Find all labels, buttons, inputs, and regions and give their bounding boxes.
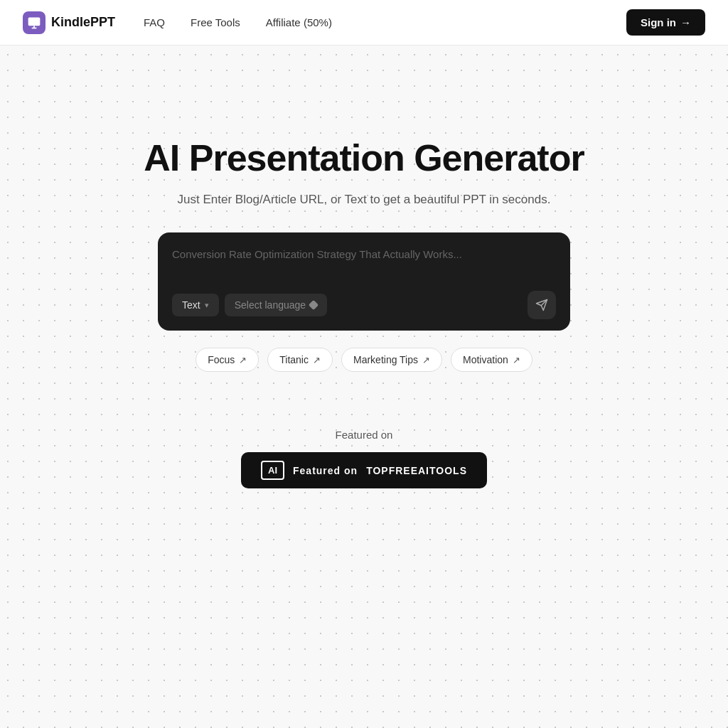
chip-marketing-tips[interactable]: Marketing Tips ↗ [341,348,442,372]
hero-title: AI Presentation Generator [144,138,584,178]
chip-focus[interactable]: Focus ↗ [196,348,259,372]
featured-section: Featured on AI Featured on TOPFREEAITOOL… [241,429,487,488]
send-button[interactable] [528,291,556,319]
badge-ai-text: AI [268,465,277,476]
chevron-down-icon: ▾ [205,301,209,310]
navbar: KindlePPT FAQ Free Tools Affiliate (50%)… [0,0,728,46]
logo-icon [23,11,46,34]
nav-link-faq[interactable]: FAQ [144,16,165,28]
suggestion-chips: Focus ↗ Titanic ↗ Marketing Tips ↗ Motiv… [196,348,532,372]
arrow-up-right-icon: ↗ [313,355,321,365]
nav-link-affiliate[interactable]: Affiliate (50%) [266,16,332,28]
type-dropdown[interactable]: Text ▾ [172,294,219,316]
chip-titanic[interactable]: Titanic ↗ [267,348,333,372]
nav-link-free-tools[interactable]: Free Tools [191,16,240,28]
arrow-up-right-icon: ↗ [422,355,430,365]
featured-badge: AI Featured on TOPFREEAITOOLS [241,452,487,488]
nav-links: FAQ Free Tools Affiliate (50%) [144,16,332,29]
badge-platform-name: TOPFREEAITOOLS [366,465,467,476]
logo-link[interactable]: KindlePPT [23,11,115,34]
navbar-left: KindlePPT FAQ Free Tools Affiliate (50%) [23,11,332,34]
arrow-up-right-icon: ↗ [239,355,247,365]
type-dropdown-label: Text [182,299,200,311]
logo-text: KindlePPT [51,15,115,30]
arrow-up-right-icon: ↗ [513,355,520,365]
main-content: AI Presentation Generator Just Enter Blo… [0,46,728,488]
language-dropdown-label: Select language [235,299,306,311]
input-box: Text ▾ Select language [158,232,570,331]
badge-platform-text: Featured on [293,465,358,476]
language-dropdown[interactable]: Select language [225,294,327,316]
sign-in-button[interactable]: Sign in → [626,9,705,36]
chip-motivation[interactable]: Motivation ↗ [451,348,532,372]
send-icon [535,299,548,311]
diamond-icon [309,300,318,310]
arrow-right-icon: → [680,16,691,28]
featured-label: Featured on [336,429,393,441]
input-toolbar-left: Text ▾ Select language [172,294,327,316]
url-text-input[interactable] [172,247,556,282]
input-toolbar: Text ▾ Select language [172,291,556,319]
svg-rect-0 [28,17,41,26]
monitor-icon [27,16,41,30]
hero-subtitle: Just Enter Blog/Article URL, or Text to … [178,193,551,207]
badge-ai-box: AI [261,461,284,480]
